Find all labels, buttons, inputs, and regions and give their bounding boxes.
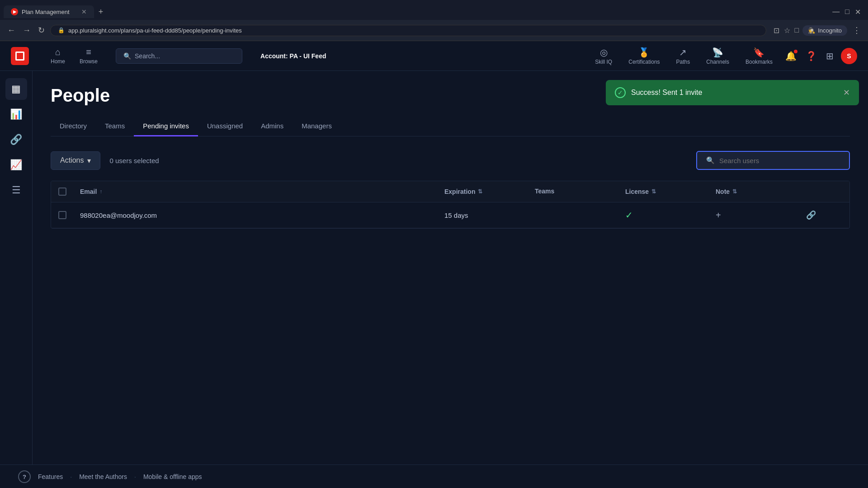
reports-icon: 📈	[10, 159, 22, 171]
search-users-field[interactable]	[719, 157, 840, 164]
search-placeholder: Search...	[135, 52, 160, 60]
incognito-label: Incognito	[818, 27, 842, 34]
footer-link-features[interactable]: Features	[38, 473, 63, 480]
url-text: app.pluralsight.com/plans/pa-ui-feed-ddd…	[68, 27, 242, 34]
close-window-icon[interactable]: ✕	[855, 8, 861, 16]
cast-icon[interactable]: ⊡	[774, 26, 779, 35]
nav-browse-label: Browse	[80, 58, 98, 65]
header-email[interactable]: Email ↑	[80, 188, 444, 196]
help-circle-button[interactable]: ?	[18, 470, 31, 483]
search-icon: 🔍	[123, 52, 131, 60]
header-actions-col	[806, 188, 842, 196]
maximize-icon[interactable]: □	[845, 8, 849, 16]
brand-logo-inner	[15, 52, 24, 61]
nav-certifications-label: Certifications	[628, 59, 660, 65]
paths-icon: ↗	[679, 47, 687, 58]
org-icon: 🔗	[10, 134, 22, 145]
table-row: 988020ea@moodjoy.com 15 days ✓ + 🔗	[51, 202, 849, 228]
dashboard-icon: ▦	[11, 83, 21, 95]
search-users-icon: 🔍	[706, 156, 715, 164]
nav-paths-label: Paths	[676, 59, 690, 65]
notifications-button[interactable]: 🔔	[782, 47, 800, 65]
sidebar-item-reports[interactable]: 📈	[5, 154, 27, 176]
bookmark-star-icon[interactable]: ☆	[784, 26, 790, 35]
nav-home[interactable]: ⌂ Home	[43, 47, 72, 65]
footer-link-meet-authors[interactable]: Meet the Authors	[79, 473, 127, 480]
tab-admins[interactable]: Admins	[252, 117, 292, 136]
bookmarks-icon: 🔖	[753, 47, 764, 58]
nav-home-label: Home	[51, 58, 65, 65]
home-icon: ⌂	[55, 47, 61, 57]
nav-certifications[interactable]: 🏅 Certifications	[621, 47, 667, 65]
analytics-icon: 📊	[10, 108, 22, 120]
forward-button[interactable]: →	[21, 24, 33, 37]
global-search[interactable]: 🔍 Search...	[116, 48, 242, 64]
back-button[interactable]: ←	[5, 24, 17, 37]
people-tabs: Directory Teams Pending invites Unassign…	[51, 117, 850, 136]
address-bar[interactable]: 🔒 app.pluralsight.com/plans/pa-ui-feed-d…	[50, 25, 766, 36]
nav-channels-label: Channels	[706, 59, 729, 65]
sidebar-item-dashboard[interactable]: ▦	[5, 78, 27, 100]
reload-button[interactable]: ↻	[36, 23, 47, 37]
browser-extras: ⊡ ☆ □	[774, 26, 799, 35]
top-nav-right: ◎ Skill IQ 🏅 Certifications ↗ Paths 📡 Ch…	[588, 47, 857, 65]
sidebar: ▦ 📊 🔗 📈 ☰	[0, 71, 33, 465]
user-avatar[interactable]: S	[841, 48, 857, 64]
active-tab[interactable]: ▶ Plan Management ✕	[4, 5, 94, 18]
selected-count: 0 users selected	[109, 157, 159, 164]
header-license[interactable]: License ⇅	[625, 188, 716, 196]
tab-managers[interactable]: Managers	[292, 117, 341, 136]
sidebar-item-analytics[interactable]: 📊	[5, 103, 27, 125]
expiration-sort-icon: ⇅	[478, 188, 482, 195]
tab-teams[interactable]: Teams	[96, 117, 134, 136]
search-users-input[interactable]: 🔍	[696, 151, 850, 170]
top-nav: ⌂ Home ≡ Browse 🔍 Search... Account: PA …	[0, 41, 868, 71]
nav-channels[interactable]: 📡 Channels	[699, 47, 736, 65]
license-sort-icon: ⇅	[651, 188, 656, 195]
incognito-button[interactable]: 🕵 Incognito	[802, 25, 847, 36]
minimize-icon[interactable]: —	[832, 8, 840, 16]
header-expiration[interactable]: Expiration ⇅	[444, 188, 535, 196]
nav-bookmarks-label: Bookmarks	[745, 59, 773, 65]
browse-icon: ≡	[86, 47, 91, 57]
tab-unassigned[interactable]: Unassigned	[198, 117, 252, 136]
row-add-note-button[interactable]: +	[716, 210, 806, 221]
nav-paths[interactable]: ↗ Paths	[669, 47, 698, 65]
main-layout: ▦ 📊 🔗 📈 ☰ ✓ Success! Sent 1 invite	[0, 71, 868, 465]
row-link-button[interactable]: 🔗	[806, 210, 842, 220]
sidebar-item-org[interactable]: 🔗	[5, 129, 27, 150]
content-area: ✓ Success! Sent 1 invite ✕ People Direct…	[33, 71, 868, 465]
apps-button[interactable]: ⊞	[822, 47, 837, 65]
tab-title: Plan Management	[22, 9, 70, 15]
list-icon: ☰	[12, 184, 21, 196]
nav-bookmarks[interactable]: 🔖 Bookmarks	[738, 47, 780, 65]
header-note[interactable]: Note ⇅	[716, 188, 806, 196]
new-tab-button[interactable]: +	[94, 5, 108, 19]
select-all-checkbox[interactable]	[58, 188, 66, 196]
table-header: Email ↑ Expiration ⇅ Teams License ⇅	[51, 181, 849, 202]
toolbar: Actions ▾ 0 users selected 🔍	[51, 151, 850, 170]
brand-logo[interactable]	[11, 47, 29, 65]
toast-close-button[interactable]: ✕	[843, 88, 850, 98]
tab-close-button[interactable]: ✕	[81, 8, 87, 15]
footer-link-mobile-apps[interactable]: Mobile & offline apps	[143, 473, 202, 480]
extensions-icon[interactable]: □	[795, 26, 799, 35]
window-controls: — □ ✕	[832, 8, 864, 16]
tab-favicon: ▶	[11, 8, 18, 15]
browser-menu-button[interactable]: ⋮	[851, 23, 863, 37]
nav-skill-iq[interactable]: ◎ Skill IQ	[588, 47, 619, 65]
tab-pending-invites[interactable]: Pending invites	[134, 117, 198, 136]
row-checkbox[interactable]	[58, 211, 66, 219]
help-button[interactable]: ❓	[802, 47, 821, 65]
tab-directory[interactable]: Directory	[51, 117, 96, 136]
actions-button[interactable]: Actions ▾	[51, 151, 100, 170]
skill-iq-icon: ◎	[600, 47, 608, 58]
table-wrapper: Email ↑ Expiration ⇅ Teams License ⇅	[51, 181, 850, 229]
app-container: ⌂ Home ≡ Browse 🔍 Search... Account: PA …	[0, 41, 868, 488]
row-expiration: 15 days	[444, 211, 535, 219]
success-toast: ✓ Success! Sent 1 invite ✕	[606, 80, 859, 105]
sidebar-item-list[interactable]: ☰	[5, 179, 27, 201]
account-label: Account: PA - UI Feed	[260, 52, 326, 60]
nav-browse[interactable]: ≡ Browse	[72, 47, 105, 65]
channels-icon: 📡	[712, 47, 723, 58]
